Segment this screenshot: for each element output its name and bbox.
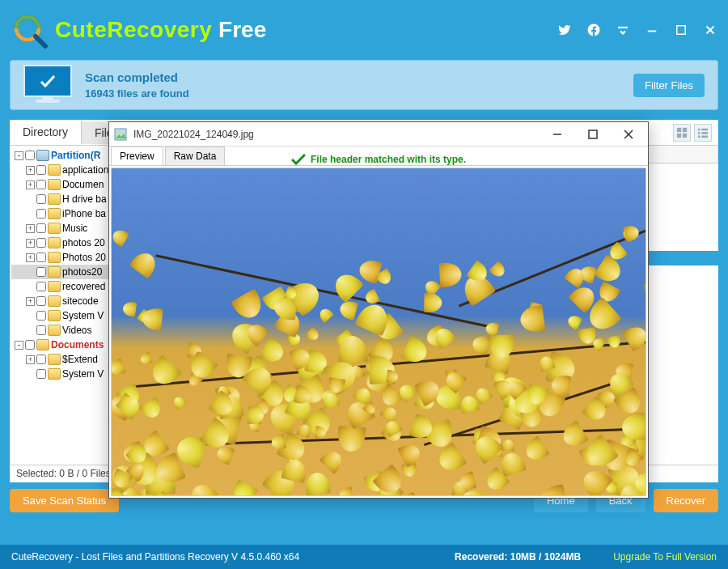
svg-rect-9 bbox=[677, 127, 681, 131]
tree-label: H drive ba bbox=[62, 193, 107, 205]
tree-checkbox[interactable] bbox=[36, 165, 46, 175]
folder-icon bbox=[48, 281, 61, 292]
preview-tab-rawdata[interactable]: Raw Data bbox=[165, 146, 226, 165]
svg-rect-11 bbox=[677, 133, 681, 137]
preview-filename: IMG_20221024_124049.jpg bbox=[133, 129, 536, 140]
app-logo-icon bbox=[10, 11, 49, 49]
scan-status-text: Scan completed 16943 files are found bbox=[85, 70, 189, 100]
tree-label: iPhone ba bbox=[62, 208, 106, 219]
tree-checkbox[interactable] bbox=[36, 194, 46, 204]
app-logo-title: CuteRecovery Free bbox=[10, 11, 266, 49]
monitor-check-icon bbox=[23, 65, 72, 105]
expand-icon[interactable]: + bbox=[26, 253, 35, 262]
tree-checkbox[interactable] bbox=[25, 340, 35, 350]
tree-label: Videos bbox=[62, 325, 91, 336]
svg-line-3 bbox=[36, 36, 45, 46]
preview-image bbox=[111, 168, 646, 496]
disk-icon bbox=[36, 150, 49, 161]
tree-label: System V bbox=[62, 368, 104, 380]
facebook-icon[interactable] bbox=[586, 22, 602, 38]
tree-checkbox[interactable] bbox=[36, 355, 46, 364]
preview-titlebar[interactable]: IMG_20221024_124049.jpg bbox=[109, 122, 648, 146]
tree-checkbox[interactable] bbox=[36, 267, 46, 277]
tab-directory[interactable]: Directory bbox=[10, 121, 82, 145]
folder-icon bbox=[48, 325, 61, 336]
tree-label: photos 20 bbox=[62, 237, 105, 248]
preview-tabs: Preview Raw Data File header matched wit… bbox=[109, 146, 648, 166]
recover-button[interactable]: Recover bbox=[654, 489, 718, 512]
folder-icon bbox=[48, 208, 61, 219]
window-controls bbox=[557, 22, 718, 38]
preview-maximize-icon[interactable] bbox=[578, 123, 607, 146]
view-list-icon[interactable] bbox=[694, 124, 712, 142]
folder-icon bbox=[48, 237, 61, 248]
tree-checkbox[interactable] bbox=[36, 296, 46, 306]
folder-icon bbox=[48, 266, 61, 278]
tree-checkbox[interactable] bbox=[36, 369, 46, 379]
preview-close-icon[interactable] bbox=[614, 123, 643, 146]
tree-label: $Extend bbox=[62, 354, 98, 365]
folder-icon bbox=[48, 223, 61, 234]
expand-icon[interactable]: + bbox=[26, 239, 35, 248]
svg-rect-16 bbox=[701, 132, 708, 134]
app-name-sub: Free bbox=[212, 17, 266, 42]
tree-checkbox[interactable] bbox=[36, 253, 46, 262]
close-icon[interactable] bbox=[702, 22, 718, 38]
minimize-icon[interactable] bbox=[644, 22, 660, 38]
footer-bar: CuteRecovery - Lost Files and Partitions… bbox=[0, 545, 728, 569]
folder-icon bbox=[48, 193, 61, 205]
svg-rect-12 bbox=[683, 133, 687, 137]
folder-icon bbox=[48, 179, 61, 190]
folder-icon bbox=[48, 368, 61, 380]
tree-checkbox[interactable] bbox=[36, 311, 46, 321]
tree-checkbox[interactable] bbox=[36, 282, 46, 291]
tree-checkbox[interactable] bbox=[36, 238, 46, 248]
folder-icon bbox=[48, 252, 61, 263]
tree-label: Documen bbox=[62, 179, 104, 190]
svg-rect-10 bbox=[683, 127, 687, 131]
tree-label: System V bbox=[62, 310, 104, 321]
image-file-icon bbox=[114, 128, 127, 141]
upgrade-link[interactable]: Upgrade To Full Version bbox=[613, 551, 717, 563]
expand-icon[interactable]: + bbox=[26, 224, 35, 233]
preview-minimize-icon[interactable] bbox=[543, 123, 572, 146]
product-version: CuteRecovery - Lost Files and Partitions… bbox=[11, 551, 299, 563]
tree-checkbox[interactable] bbox=[36, 325, 46, 335]
scan-status-title: Scan completed bbox=[85, 70, 189, 84]
expand-icon[interactable]: + bbox=[26, 297, 35, 306]
svg-rect-15 bbox=[698, 132, 700, 134]
expand-icon[interactable]: + bbox=[26, 166, 35, 175]
scan-status-count: 16943 files are found bbox=[85, 87, 189, 100]
folder-icon bbox=[36, 339, 49, 350]
folder-icon bbox=[48, 164, 61, 176]
tree-label: photos20 bbox=[62, 266, 102, 278]
tree-label: sitecode bbox=[62, 295, 99, 307]
folder-icon bbox=[48, 310, 61, 321]
svg-point-20 bbox=[117, 130, 120, 133]
menu-dropdown-icon[interactable] bbox=[615, 22, 631, 38]
maximize-icon[interactable] bbox=[673, 22, 689, 38]
tree-checkbox[interactable] bbox=[25, 151, 35, 160]
view-grid-icon[interactable] bbox=[673, 124, 691, 142]
svg-rect-18 bbox=[701, 135, 708, 138]
folder-icon bbox=[48, 354, 61, 365]
expand-icon[interactable]: + bbox=[26, 355, 35, 364]
tree-checkbox[interactable] bbox=[36, 209, 46, 219]
svg-rect-14 bbox=[701, 128, 708, 130]
checkmark-icon bbox=[291, 154, 306, 165]
preview-window: IMG_20221024_124049.jpg Preview Raw Data… bbox=[108, 121, 649, 499]
svg-rect-6 bbox=[677, 26, 686, 35]
tree-checkbox[interactable] bbox=[36, 180, 46, 189]
scan-status-banner: Scan completed 16943 files are found Fil… bbox=[10, 60, 718, 110]
tree-checkbox[interactable] bbox=[36, 223, 46, 233]
title-bar: CuteRecovery Free bbox=[0, 0, 728, 60]
tree-label: application bbox=[62, 164, 108, 176]
expand-icon[interactable]: + bbox=[26, 180, 35, 189]
filter-files-button[interactable]: Filter Files bbox=[633, 74, 705, 97]
twitter-icon[interactable] bbox=[557, 22, 573, 38]
tree-label: Music bbox=[62, 223, 87, 234]
save-scan-status-button[interactable]: Save Scan Status bbox=[10, 489, 119, 512]
folder-icon bbox=[48, 295, 61, 307]
preview-tab-preview[interactable]: Preview bbox=[111, 146, 163, 165]
app-name-main: CuteRecovery bbox=[55, 17, 212, 42]
